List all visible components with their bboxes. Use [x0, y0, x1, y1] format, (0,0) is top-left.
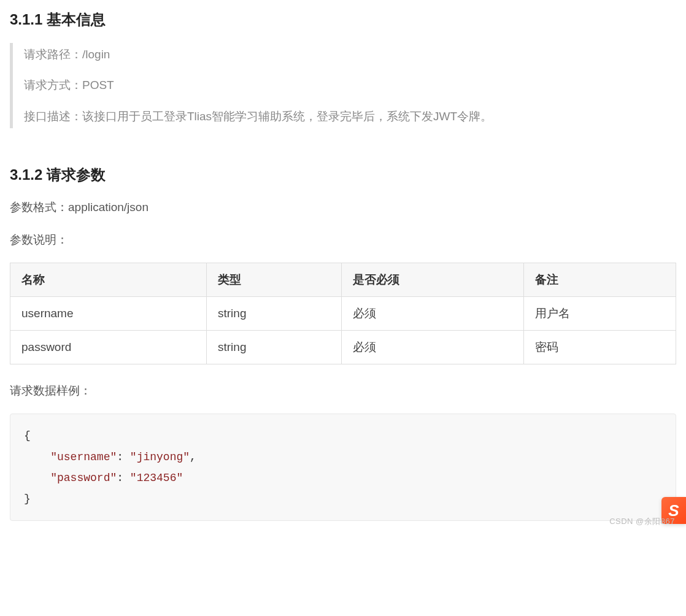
section-heading-basic-info: 3.1.1 基本信息 — [10, 10, 676, 29]
cell-type: string — [206, 296, 341, 330]
table-header-row: 名称 类型 是否必须 备注 — [10, 263, 676, 296]
request-path: 请求路径：/login — [24, 45, 676, 64]
code-close-brace: } — [24, 493, 31, 505]
section-heading-request-params: 3.1.2 请求参数 — [10, 165, 676, 185]
col-remark: 备注 — [524, 263, 676, 296]
cell-name: password — [10, 330, 207, 364]
code-key: "password" — [50, 472, 117, 484]
code-value: "jinyong" — [130, 451, 190, 463]
param-format: 参数格式：application/json — [10, 198, 676, 217]
basic-info-block: 请求路径：/login 请求方式：POST 接口描述：该接口用于员工登录Tlia… — [10, 43, 676, 128]
request-method: 请求方式：POST — [24, 76, 676, 94]
code-colon: : — [117, 472, 130, 484]
cell-remark: 用户名 — [524, 296, 676, 330]
cell-name: username — [10, 296, 207, 330]
cell-type: string — [206, 330, 341, 364]
table-row: password string 必须 密码 — [10, 330, 676, 364]
api-description: 接口描述：该接口用于员工登录Tlias智能学习辅助系统，登录完毕后，系统下发JW… — [24, 107, 676, 126]
col-name: 名称 — [10, 263, 207, 296]
code-key: "username" — [50, 451, 117, 463]
sample-data-label: 请求数据样例： — [10, 382, 676, 400]
param-description-label: 参数说明： — [10, 231, 676, 249]
col-required: 是否必须 — [341, 263, 524, 296]
col-type: 类型 — [206, 263, 341, 296]
code-comma: , — [190, 451, 196, 463]
code-sample: { "username": "jinyong", "password": "12… — [10, 414, 676, 521]
cell-remark: 密码 — [524, 330, 676, 364]
table-row: username string 必须 用户名 — [10, 296, 676, 330]
code-colon: : — [117, 451, 130, 463]
code-open-brace: { — [24, 429, 31, 442]
code-value: "123456" — [130, 472, 183, 484]
params-table: 名称 类型 是否必须 备注 username string 必须 用户名 pas… — [10, 263, 676, 364]
cell-required: 必须 — [341, 296, 524, 330]
csdn-watermark: CSDN @余阳867 — [609, 516, 675, 527]
cell-required: 必须 — [341, 330, 524, 364]
